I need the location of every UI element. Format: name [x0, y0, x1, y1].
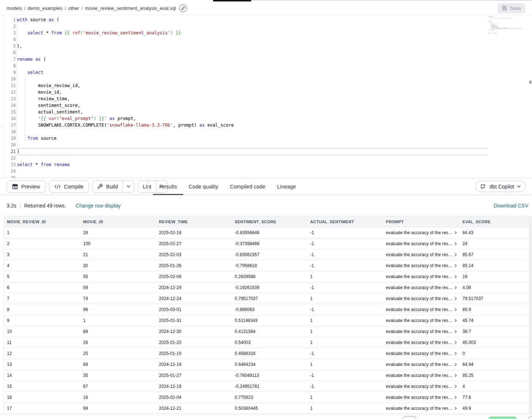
code-line[interactable]: 23select * from rename — [0, 161, 532, 168]
code-line[interactable]: 10 — [0, 76, 532, 82]
expand-prompt-icon[interactable] — [454, 352, 457, 355]
table-row[interactable]: 3212025-02-03-0.83062357-1evaluate the a… — [4, 249, 529, 260]
breadcrumb-filename[interactable]: movie_review_sentiment_analysis_eval.sql — [85, 5, 176, 11]
cell-movie_id: 96 — [80, 304, 156, 315]
code-line[interactable]: 21) — [0, 148, 532, 155]
code-line[interactable]: 2 — [0, 23, 532, 30]
expand-prompt-icon[interactable] — [454, 341, 457, 344]
breadcrumb-models[interactable]: models — [7, 5, 22, 11]
bottom-partial-button[interactable] — [403, 416, 416, 419]
table-row[interactable]: 10892024-12-300.41315641evaluate the acc… — [4, 326, 529, 337]
code-line[interactable]: 12 movie_id, — [0, 89, 532, 96]
code-line[interactable]: 16 '{{ var("eval_prompt") }}' as prompt, — [0, 115, 532, 122]
sql-editor[interactable]: 1with source as (23 select * from {{ ref… — [0, 15, 532, 178]
table-row[interactable]: 1282025-02-18-0.83556646-1evaluate the a… — [4, 227, 529, 238]
code-line[interactable]: 1with source as ( — [0, 16, 532, 23]
expand-prompt-icon[interactable] — [454, 264, 457, 268]
table-row[interactable]: 7742024-12-240.795170371evaluate the acc… — [4, 293, 529, 304]
expand-prompt-icon[interactable] — [454, 275, 457, 278]
code-line[interactable]: 22 — [0, 155, 532, 161]
expand-prompt-icon[interactable] — [454, 396, 457, 399]
lint-button[interactable]: Lint — [138, 181, 156, 192]
code-line[interactable]: 6 — [0, 49, 532, 56]
code-line[interactable]: 3 select * from {{ ref('movie_review_sen… — [0, 30, 532, 36]
table-row[interactable]: 6592024-12-29-0.19261539-1evaluate the a… — [4, 282, 529, 293]
build-button[interactable]: Build — [93, 181, 123, 192]
table-row[interactable]: 14352025-01-27-0.76049113-1evaluate the … — [4, 370, 529, 381]
table-row[interactable]: 8962025-03-01-0.869063-1evaluate the acc… — [4, 304, 529, 315]
expand-prompt-icon[interactable] — [454, 286, 457, 289]
code-line[interactable]: 17 SNOWFLAKE.CORTEX.COMPLETE('snowflake-… — [0, 122, 532, 128]
breadcrumb-demo-examples[interactable]: demo_examples — [28, 5, 63, 11]
code-line[interactable]: 15 actual_sentiment, — [0, 109, 532, 115]
expand-prompt-icon[interactable] — [454, 374, 457, 377]
expand-prompt-icon[interactable] — [454, 385, 457, 388]
tab-compiled-code[interactable]: Compiled code — [230, 178, 265, 195]
table-row[interactable]: 12252025-01-100.4586316-1evaluate the ac… — [4, 348, 529, 359]
column-header-eval_score[interactable]: EVAL_SCORE — [460, 216, 529, 227]
table-row[interactable]: 5552025-02-080.28395881evaluate the accu… — [4, 271, 529, 282]
column-header-sentiment_score[interactable]: SENTIMENT_SCORE — [232, 216, 307, 227]
column-header-movie_id[interactable]: MOVIE_ID — [80, 216, 156, 227]
code-line[interactable]: 14 sentiment_score, — [0, 102, 532, 109]
change-row-display-link[interactable]: Change row display — [76, 203, 121, 209]
code-text: ) — [16, 148, 19, 155]
build-dropdown-toggle[interactable] — [123, 181, 134, 192]
code-line[interactable]: 9 select — [0, 69, 532, 76]
code-line[interactable]: 4 — [0, 36, 532, 43]
prompt-preview-text: evaluate the accuracy of the res… — [386, 230, 453, 235]
column-header-review_time[interactable]: REVIEW_TIME — [156, 216, 232, 227]
expand-prompt-icon[interactable] — [454, 407, 457, 410]
table-row[interactable]: 15672024-12-19-0.24951781-1evaluate the … — [4, 381, 529, 392]
tab-code-quality[interactable]: Code quality — [189, 178, 218, 195]
edit-file-icon[interactable] — [179, 4, 187, 12]
column-header-actual_sentiment[interactable]: ACTUAL_SENTIMENT — [307, 216, 383, 227]
preview-button[interactable]: Preview — [7, 180, 46, 193]
code-line[interactable]: 7rename as ( — [0, 56, 532, 63]
column-header-movie_review_id[interactable]: MOVIE_REVIEW_ID — [4, 216, 80, 227]
expand-prompt-icon[interactable] — [454, 308, 457, 311]
code-line[interactable]: 24 — [0, 168, 532, 175]
cell-review_time: 2025-03-01 — [156, 304, 232, 315]
table-row[interactable]: 16162025-02-040.7759231evaluate the accu… — [4, 392, 529, 403]
table-row[interactable]: 13892024-12-190.64942341evaluate the acc… — [4, 359, 529, 370]
rows-returned-text: Returned 49 rows. — [24, 203, 66, 209]
code-line[interactable]: 13 review_time, — [0, 96, 532, 102]
code-line[interactable]: 18 — [0, 128, 532, 135]
table-row[interactable]: 21002025-02-27-0.37398466-1evaluate the … — [4, 238, 529, 249]
table-row[interactable]: 11262025-01-200.540031evaluate the accur… — [4, 337, 529, 348]
bottom-partial-green-pill[interactable] — [488, 416, 517, 419]
save-button[interactable]: Save — [498, 3, 525, 13]
expand-prompt-icon[interactable] — [454, 231, 457, 235]
expand-prompt-icon[interactable] — [454, 363, 457, 366]
expand-prompt-icon[interactable] — [454, 330, 457, 333]
expand-prompt-icon[interactable] — [454, 253, 457, 257]
code-line[interactable]: 19 from source — [0, 135, 532, 142]
code-line[interactable]: 8 — [0, 63, 532, 69]
cell-actual_sentiment: -1 — [307, 249, 383, 260]
breadcrumb-other[interactable]: other — [68, 5, 79, 11]
code-line[interactable]: 20 — [0, 142, 532, 148]
expand-prompt-icon[interactable] — [454, 242, 457, 246]
tab-lineage[interactable]: Lineage — [277, 178, 296, 195]
table-row[interactable]: 4302025-01-26-0.7958618-1evaluate the ac… — [4, 260, 529, 271]
tab-results[interactable]: Results — [159, 178, 177, 195]
expand-prompt-icon[interactable] — [454, 297, 457, 300]
table-scrollbar-track[interactable] — [529, 216, 532, 414]
bottom-partial-button[interactable] — [528, 416, 532, 419]
download-csv-link[interactable]: Download CSV — [494, 203, 528, 209]
cell-actual_sentiment: -1 — [307, 348, 383, 359]
column-header-prompt[interactable]: PROMPT — [383, 216, 460, 227]
expand-prompt-icon[interactable] — [454, 319, 457, 322]
dbt-copilot-button[interactable]: dbt Copilot — [475, 181, 526, 192]
cell-review_time: 2025-01-31 — [156, 315, 232, 326]
code-line[interactable]: 5), — [0, 43, 532, 49]
code-line[interactable]: 25 — [0, 175, 532, 178]
cell-eval_score: 4.08 — [460, 282, 529, 293]
code-minimap[interactable]: with source as ( select * from {{ ref('m… — [488, 16, 529, 35]
table-row[interactable]: 17992024-12-210.503804451evaluate the ac… — [4, 403, 529, 414]
compile-button[interactable]: Compile — [49, 180, 89, 193]
editor-scrollbar-thumb[interactable] — [529, 81, 531, 84]
code-line[interactable]: 11 movie_review_id, — [0, 82, 532, 89]
table-row[interactable]: 912025-01-310.511483431evaluate the accu… — [4, 315, 529, 326]
